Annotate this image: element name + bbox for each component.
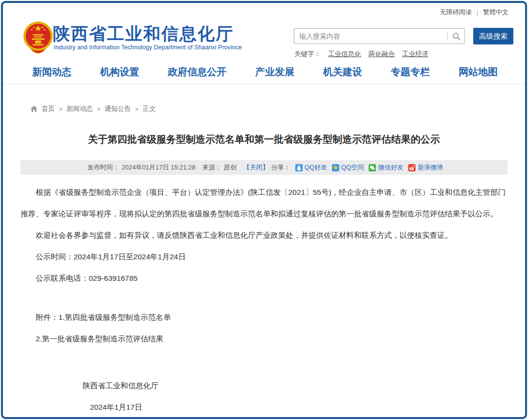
article-body: 根据《省级服务型制造示范企业（项目、平台）认定管理办法》(陕工信发〔2021〕5… bbox=[21, 175, 507, 418]
magnifier-icon bbox=[452, 32, 461, 41]
nav-item-industry[interactable]: 产业发展 bbox=[255, 65, 294, 79]
share-wechat[interactable]: 微信好友 bbox=[369, 163, 403, 172]
close-button[interactable]: 【关闭】 bbox=[243, 163, 269, 172]
qzone-icon bbox=[332, 164, 339, 171]
page-frame: 无障碍阅读 | 繁體中文 陕西省工业和信息化厅 Industry and Inf… bbox=[1, 1, 527, 419]
breadcrumb-separator: > bbox=[135, 105, 139, 113]
national-emblem-icon bbox=[22, 21, 54, 56]
main-nav: 新闻动态 机构设置 政府信息公开 产业发展 机关建设 专题专栏 网站地图 bbox=[22, 65, 511, 79]
nav-item-news[interactable]: 新闻动态 bbox=[32, 65, 71, 79]
share-qq-friend[interactable]: QQ好友 bbox=[295, 163, 327, 172]
wechat-icon bbox=[369, 164, 376, 171]
nav-item-agency[interactable]: 机关建设 bbox=[323, 65, 362, 79]
share-wechat-label: 微信好友 bbox=[378, 163, 403, 172]
share-qzone-label: QQ空间 bbox=[341, 163, 364, 172]
search-input[interactable] bbox=[294, 29, 447, 43]
nav-divider bbox=[3, 84, 525, 84]
search-keywords: 关键字： 工业信息化 两化融合 工业经济 bbox=[294, 50, 429, 59]
search-box bbox=[294, 28, 465, 44]
breadcrumb: 首页 > 新闻动态 > 通知公告 > 正文 bbox=[30, 105, 156, 113]
advanced-search-button[interactable]: 高级搜索 bbox=[473, 28, 513, 44]
attachment-line-1: 附件：1.第四批省级服务型制造示范名单 bbox=[21, 307, 507, 328]
topbar-separator: | bbox=[477, 9, 478, 16]
article-title: 关于第四批省级服务型制造示范名单和第一批省级服务型制造示范评估结果的公示 bbox=[3, 133, 525, 146]
traditional-chinese-link[interactable]: 繁體中文 bbox=[483, 8, 508, 17]
paragraph-basis: 根据《省级服务型制造示范企业（项目、平台）认定管理办法》(陕工信发〔2021〕5… bbox=[21, 182, 507, 225]
article-meta-bar: 发布时间： 2024年01月17日 15:21:28 来源： 原创 【关闭】 分… bbox=[21, 160, 507, 175]
attachment-link-2[interactable]: 2.第一批省级服务型制造示范评估结果 bbox=[36, 335, 163, 343]
share-weibo-label: 新浪微博 bbox=[418, 163, 443, 172]
weibo-icon bbox=[408, 164, 416, 171]
keyword-link-integration[interactable]: 两化融合 bbox=[369, 50, 395, 59]
publish-time-label: 发布时间： bbox=[88, 163, 119, 172]
source-value: 原创 bbox=[224, 163, 237, 172]
keywords-label: 关键字： bbox=[294, 50, 321, 59]
share-qzone[interactable]: QQ空间 bbox=[332, 163, 364, 172]
nav-item-sitemap[interactable]: 网站地图 bbox=[459, 65, 498, 79]
nav-item-special[interactable]: 专题专栏 bbox=[391, 65, 430, 79]
breadcrumb-news[interactable]: 新闻动态 bbox=[66, 105, 93, 113]
home-icon bbox=[30, 105, 38, 112]
nav-item-gov-info[interactable]: 政府信息公开 bbox=[168, 65, 226, 79]
keyword-link-industry-info[interactable]: 工业信息化 bbox=[328, 50, 361, 59]
breadcrumb-current: 正文 bbox=[143, 105, 156, 113]
publish-time-value: 2024年01月17日 15:21:28 bbox=[122, 163, 196, 172]
site-subtitle: Industry and Information Technology Depa… bbox=[54, 44, 242, 51]
attachments-label: 附件： bbox=[36, 313, 59, 321]
paragraph-supervision: 欢迎社会各界参与监督，如有异议，请反馈陕西省工业和信息化厅产业政策处，并提供佐证… bbox=[21, 225, 507, 246]
qq-icon bbox=[295, 164, 303, 171]
breadcrumb-notices[interactable]: 通知公告 bbox=[105, 105, 131, 113]
national-emblem-logo bbox=[22, 21, 54, 56]
attachment-link-1[interactable]: 1.第四批省级服务型制造示范名单 bbox=[59, 313, 171, 321]
breadcrumb-home[interactable]: 首页 bbox=[42, 105, 55, 113]
site-title: 陕西省工业和信息化厅 bbox=[53, 22, 234, 45]
accessibility-link[interactable]: 无障碍阅读 bbox=[440, 8, 472, 17]
signature-organization: 陕西省工业和信息化厅 bbox=[21, 375, 507, 397]
keyword-link-industry-economy[interactable]: 工业经济 bbox=[402, 50, 429, 59]
share-weibo[interactable]: 新浪微博 bbox=[408, 163, 443, 172]
share-qq-friend-label: QQ好友 bbox=[305, 163, 327, 172]
breadcrumb-separator: > bbox=[59, 105, 63, 113]
search-submit[interactable] bbox=[448, 29, 464, 43]
paragraph-contact-phone: 公示联系电话：029-63916785 bbox=[21, 268, 507, 289]
source-label: 来源： bbox=[202, 163, 221, 172]
attachment-line-2: 2.第一批省级服务型制造示范评估结果 bbox=[21, 328, 507, 350]
top-utility-bar: 无障碍阅读 | 繁體中文 bbox=[440, 8, 508, 17]
paragraph-public-period: 公示时间：2024年1月17日至2024年1月24日 bbox=[21, 246, 507, 268]
nav-item-organization[interactable]: 机构设置 bbox=[100, 65, 139, 79]
share-label: 分享： bbox=[271, 163, 290, 172]
signature-date: 2024年1月17日 bbox=[21, 397, 507, 418]
breadcrumb-separator: > bbox=[97, 105, 101, 113]
